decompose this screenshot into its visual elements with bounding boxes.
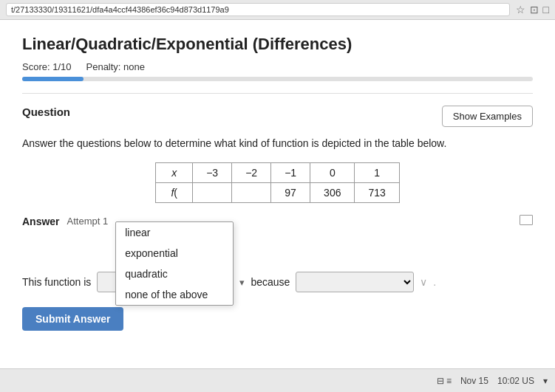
because-select[interactable] <box>296 272 414 292</box>
table-header-1: 1 <box>355 163 399 183</box>
answer-note-icon <box>520 215 533 227</box>
score-row: Score: 1/10 Penalty: none <box>22 61 533 72</box>
data-table-container: x −3 −2 −1 0 1 f( 97 306 713 <box>22 162 533 203</box>
table-cell-v2 <box>232 183 271 203</box>
this-function-prefix: This function is <box>22 276 91 288</box>
penalty-label: Penalty: none <box>86 61 146 72</box>
data-table: x −3 −2 −1 0 1 f( 97 306 713 <box>155 162 400 203</box>
period: . <box>433 276 436 288</box>
progress-bar-container <box>22 77 533 81</box>
answer-row: Answer Attempt 1 linear exponential quad… <box>22 215 533 227</box>
option-quadratic[interactable]: quadratic <box>116 264 233 284</box>
taskbar-time: 10:02 US <box>497 376 534 386</box>
answer-label: Answer <box>22 216 60 227</box>
option-linear[interactable]: linear <box>116 222 233 243</box>
taskbar-right: ⊟ ≡ Nov 15 10:02 US ▾ <box>437 376 548 386</box>
because-label: because <box>251 276 290 288</box>
page-content: Linear/Quadratic/Exponential (Difference… <box>0 20 555 382</box>
table-cell-v1 <box>193 183 232 203</box>
browser-icons: ☆ ⊡ □ <box>516 4 549 16</box>
score-label: Score: 1/10 <box>22 61 72 72</box>
table-cell-97: 97 <box>271 183 310 203</box>
cast-icon[interactable]: ⊡ <box>530 4 539 16</box>
note-box <box>520 215 533 225</box>
table-cell-306: 306 <box>310 183 355 203</box>
taskbar-icons: ⊟ ≡ <box>437 376 452 386</box>
table-row-values: f( 97 306 713 <box>156 183 400 203</box>
progress-bar-fill <box>22 77 84 81</box>
submit-button[interactable]: Submit Answer <box>22 307 123 331</box>
table-header-neg1: −1 <box>271 163 310 183</box>
question-label: Question <box>22 106 70 118</box>
answer-dropdown-open[interactable]: linear exponential quadratic none of the… <box>115 221 234 306</box>
table-cell-fx: f( <box>156 183 193 203</box>
show-examples-button[interactable]: Show Examples <box>442 106 533 127</box>
star-icon[interactable]: ☆ <box>516 4 525 16</box>
browser-bar: t/27133330/19311621/dfa4a4ccf44386ef36c9… <box>0 0 555 20</box>
taskbar-date: Nov 15 <box>460 376 488 386</box>
question-header: Question Show Examples <box>22 106 533 127</box>
browser-url: t/27133330/19311621/dfa4a4ccf44386ef36c9… <box>6 3 510 16</box>
table-header-0: 0 <box>310 163 355 183</box>
comma-separator: ∨ <box>420 276 427 288</box>
option-exponential[interactable]: exponential <box>116 243 233 264</box>
option-none[interactable]: none of the above <box>116 284 233 305</box>
table-row-header: x −3 −2 −1 0 1 <box>156 163 400 183</box>
window-icon[interactable]: □ <box>543 4 549 16</box>
page-title: Linear/Quadratic/Exponential (Difference… <box>22 35 533 54</box>
this-function-row: This function is linear exponential quad… <box>22 272 533 292</box>
table-header-x: x <box>156 163 193 183</box>
section-divider <box>22 93 533 94</box>
table-cell-713: 713 <box>355 183 399 203</box>
table-header-neg3: −3 <box>193 163 232 183</box>
submit-area: Submit Answer <box>22 307 533 331</box>
table-header-neg2: −2 <box>232 163 271 183</box>
taskbar: ⊟ ≡ Nov 15 10:02 US ▾ <box>0 368 555 392</box>
taskbar-arrow: ▾ <box>543 376 548 386</box>
attempt-label: Attempt 1 <box>67 216 109 227</box>
question-text: Answer the questions below to determine … <box>22 137 533 149</box>
